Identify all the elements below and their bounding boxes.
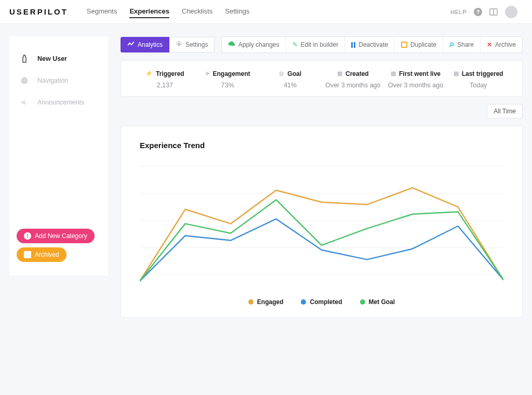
- action-row: Analytics Settings Apply changes: [121, 36, 523, 53]
- sidebar-item-label: Navigation: [37, 77, 68, 84]
- pencil-icon: ✎: [292, 41, 298, 48]
- dot-icon: [248, 299, 254, 305]
- calendar-icon: ▦: [454, 70, 459, 77]
- duplicate-button[interactable]: Duplicate: [394, 37, 443, 52]
- metric-label: Created: [345, 70, 369, 77]
- nav-tab-checklists[interactable]: Checklists: [182, 5, 212, 18]
- duplicate-label: Duplicate: [410, 41, 436, 48]
- chart-title: Experience Trend: [140, 141, 503, 150]
- svg-point-1: [178, 43, 180, 45]
- topbar: USERPILOT Segments Experiences Checklist…: [0, 0, 532, 24]
- metric-value: 41%: [259, 82, 322, 89]
- nav-tabs: Segments Experiences Checklists Settings: [87, 5, 249, 18]
- link-icon: ⚲: [447, 41, 456, 49]
- dot-icon: [301, 299, 306, 305]
- deactivate-button[interactable]: Deactivate: [344, 37, 394, 52]
- metric-value: 2,137: [134, 82, 196, 89]
- chart-card: Experience Trend Engaged: [121, 126, 523, 318]
- time-range-dropdown[interactable]: All Time: [487, 104, 523, 118]
- metric-label: Triggered: [156, 70, 184, 77]
- legend-completed: Completed: [301, 298, 342, 306]
- megaphone-icon: [19, 97, 30, 108]
- dot-icon: [360, 299, 365, 305]
- legend-label: Completed: [310, 298, 342, 306]
- svg-point-0: [21, 77, 28, 84]
- metric-value: Over 3 months ago: [322, 82, 384, 89]
- metric-label: First went live: [399, 70, 441, 77]
- deactivate-label: Deactivate: [358, 41, 388, 48]
- nav-tab-experiences[interactable]: Experiences: [129, 5, 169, 18]
- sidebar-item-announcements[interactable]: Announcements: [15, 91, 103, 113]
- calendar-icon: ▦: [337, 70, 342, 77]
- bottle-icon: [19, 53, 30, 64]
- archive-label: Archive: [495, 41, 516, 48]
- add-category-label: Add New Category: [35, 232, 87, 240]
- edit-label: Edit in builder: [301, 41, 339, 48]
- share-label: Share: [457, 41, 474, 48]
- apply-changes-button[interactable]: Apply changes: [222, 37, 286, 52]
- analytics-icon: [127, 41, 135, 49]
- duplicate-icon: [401, 42, 407, 48]
- metric-label: Engagement: [213, 70, 250, 77]
- edit-builder-button[interactable]: ✎ Edit in builder: [286, 37, 345, 52]
- nav-tab-segments[interactable]: Segments: [87, 5, 117, 18]
- apply-label: Apply changes: [238, 41, 280, 48]
- compass-icon: [19, 75, 30, 86]
- sidebar: New User Navigation Announcements Add Ne…: [9, 36, 108, 275]
- close-icon: [487, 41, 492, 48]
- sidebar-item-label: New User: [37, 55, 67, 62]
- analytics-tab[interactable]: Analytics: [121, 37, 169, 52]
- settings-tab[interactable]: Settings: [169, 37, 215, 52]
- brand-logo: USERPILOT: [9, 7, 68, 16]
- metric-label: Last triggered: [462, 70, 503, 77]
- action-buttons: Apply changes ✎ Edit in builder Deactiva…: [221, 36, 523, 53]
- archived-button[interactable]: Archived: [17, 247, 66, 262]
- share-button[interactable]: ⚲ Share: [443, 37, 480, 52]
- legend-engaged: Engaged: [248, 298, 284, 306]
- cursor-icon: ➤: [205, 70, 210, 77]
- cloud-icon: [228, 41, 235, 48]
- metric-created: ▦Created Over 3 months ago: [322, 69, 384, 89]
- analytics-label: Analytics: [138, 41, 163, 48]
- legend-label: Met Goal: [369, 298, 395, 306]
- metric-value: Today: [447, 82, 510, 89]
- target-icon: ◎: [279, 70, 284, 77]
- gear-icon: [176, 41, 182, 49]
- sidebar-item-label: Announcements: [37, 99, 84, 106]
- nav-tab-settings[interactable]: Settings: [225, 5, 249, 18]
- add-category-button[interactable]: Add New Category: [17, 229, 95, 243]
- archived-label: Archived: [35, 251, 59, 258]
- docs-icon[interactable]: [489, 8, 498, 16]
- metrics-card: ⚡Triggered 2,137 ➤Engagement 73% ◎Goal 4…: [121, 60, 523, 97]
- pause-icon: [351, 42, 355, 48]
- archive-button[interactable]: Archive: [480, 37, 522, 52]
- bolt-icon: ⚡: [145, 70, 153, 77]
- sidebar-item-new-user[interactable]: New User: [15, 48, 103, 70]
- metric-value: Over 3 months ago: [384, 82, 447, 89]
- help-label[interactable]: HELP: [450, 9, 467, 15]
- sidebar-item-navigation[interactable]: Navigation: [15, 70, 103, 91]
- help-icon[interactable]: ?: [474, 8, 482, 16]
- metric-last-triggered: ▦Last triggered Today: [447, 69, 510, 89]
- legend-label: Engaged: [257, 298, 284, 306]
- chart-legend: Engaged Completed Met Goal: [140, 298, 503, 306]
- legend-metgoal: Met Goal: [360, 298, 395, 306]
- exclamation-icon: [24, 232, 31, 240]
- metric-first-live: ▦First went live Over 3 months ago: [384, 69, 447, 89]
- metric-goal: ◎Goal 41%: [259, 69, 322, 89]
- archive-box-icon: [24, 251, 31, 258]
- avatar[interactable]: [505, 6, 517, 18]
- metric-triggered: ⚡Triggered 2,137: [134, 69, 196, 89]
- main-column: Analytics Settings Apply changes: [121, 36, 523, 318]
- filter-row: All Time: [121, 104, 523, 118]
- chart-area: [140, 161, 503, 291]
- settings-label: Settings: [185, 41, 208, 48]
- metric-engagement: ➤Engagement 73%: [196, 69, 259, 89]
- metric-value: 73%: [196, 82, 259, 89]
- metric-label: Goal: [287, 70, 301, 77]
- calendar-icon: ▦: [391, 70, 396, 77]
